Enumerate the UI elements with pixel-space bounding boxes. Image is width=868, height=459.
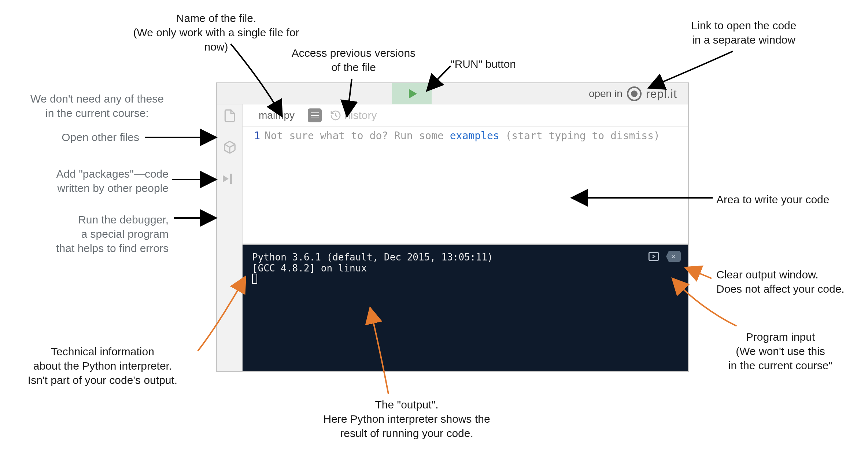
annotation-history: Access previous versionsof the file (277, 46, 431, 74)
annotation-program-input: Program input(We won't use thisin the cu… (707, 330, 854, 373)
annotation-code-area: Area to write your code (716, 192, 829, 207)
program-input-icon[interactable] (646, 250, 661, 263)
tab-bar: main.py history (243, 104, 688, 126)
placeholder-post: (start typing to dismiss) (499, 130, 660, 142)
placeholder-pre: Not sure what to do? Run some (265, 130, 450, 142)
annotation-output: The "output".Here Python interpreter sho… (306, 397, 507, 440)
file-tab[interactable]: main.py (254, 107, 300, 123)
svg-rect-1 (649, 252, 658, 261)
annotation-debugger: Run the debugger,a special programthat h… (7, 212, 169, 255)
top-bar: open in repl.it (217, 83, 688, 104)
examples-link[interactable]: examples (450, 130, 499, 142)
history-icon (330, 110, 341, 121)
play-icon (409, 89, 417, 99)
run-button[interactable] (392, 83, 432, 104)
packages-icon[interactable] (223, 140, 237, 154)
console-cursor (252, 274, 257, 284)
annotation-packages: Add "packages"—codewritten by other peop… (7, 167, 169, 195)
open-in-replit-link[interactable]: open in repl.it (589, 83, 677, 104)
work-area: main.py history 1 Not sure what to do? R… (217, 104, 688, 371)
open-in-label: open in (589, 88, 623, 100)
replit-logo-icon (627, 86, 642, 101)
annotation-tech-info: Technical informationabout the Python in… (11, 344, 194, 387)
main-pane: main.py history 1 Not sure what to do? R… (243, 104, 688, 371)
console-tools: × (646, 250, 681, 263)
code-editor[interactable]: 1 Not sure what to do? Run some examples… (243, 126, 688, 244)
sidebar (217, 104, 243, 371)
editor-placeholder: Not sure what to do? Run some examples (… (265, 127, 660, 244)
clear-output-button[interactable]: × (666, 250, 681, 263)
annotation-clear-output: Clear output window.Does not affect your… (716, 267, 868, 296)
ide-window: open in repl.it main.py history (216, 82, 689, 372)
annotation-open-link: Link to open the codein a separate windo… (671, 18, 817, 47)
backspace-icon: × (666, 251, 681, 262)
console-line-2: [GCC 4.8.2] on linux (252, 263, 367, 274)
debugger-icon[interactable] (223, 172, 237, 186)
files-icon[interactable] (223, 109, 237, 123)
annotation-open-files: Open other files (11, 130, 139, 144)
annotation-sidebar-intro: We don't need any of thesein the current… (11, 92, 183, 120)
menu-icon[interactable] (308, 108, 322, 122)
line-gutter: 1 (243, 127, 265, 244)
history-label: history (344, 109, 377, 122)
console-line-1: Python 3.6.1 (default, Dec 2015, 13:05:1… (252, 252, 493, 263)
line-number: 1 (247, 130, 260, 142)
history-button[interactable]: history (330, 109, 377, 122)
annotation-run-button: "RUN" button (451, 57, 516, 71)
output-console[interactable]: Python 3.6.1 (default, Dec 2015, 13:05:1… (243, 244, 688, 371)
replit-brand-label: repl.it (646, 87, 677, 101)
